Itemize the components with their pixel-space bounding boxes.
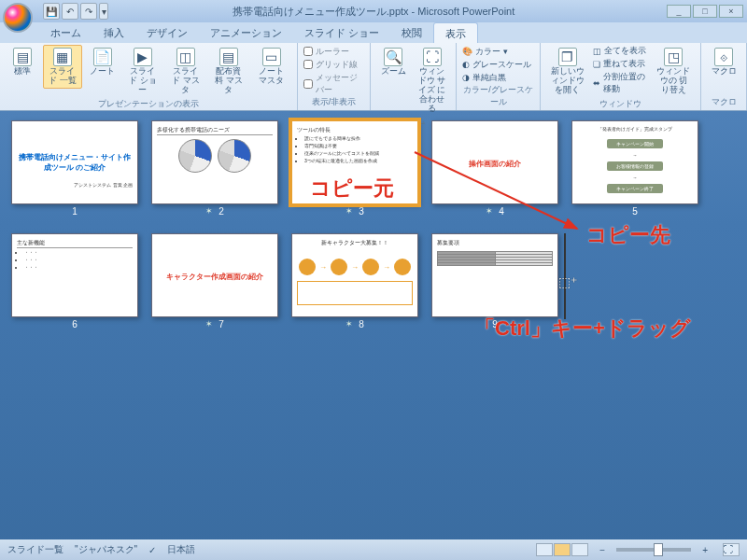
slideshow-icon: ▶	[134, 48, 152, 66]
notes-icon: 📄	[93, 48, 112, 66]
window-title: 携帯電話向けメニュー作成ツール.pptx - Microsoft PowerPo…	[233, 5, 515, 19]
animation-icon: ✶	[486, 206, 493, 217]
color-button[interactable]: 🎨カラー▾	[462, 46, 508, 58]
new-window-icon: ❐	[558, 48, 577, 66]
handout-master-button[interactable]: ▤配布資料 マスタ	[209, 45, 248, 98]
slide-thumb-3[interactable]: ツールの特長 誰にでもできる簡単な操作 専門知識は不要 従来のツールに比べてコス…	[291, 120, 418, 217]
arrange-all-button[interactable]: ◫全てを表示	[593, 45, 649, 57]
zoom-icon: 🔍	[384, 48, 402, 66]
gridlines-checkbox[interactable]: グリッド線	[303, 59, 358, 71]
animation-icon: ✶	[345, 206, 353, 217]
group-zoom: 🔍ズーム ⛶ウィンドウ サイズ に合わせる ズーム	[371, 43, 457, 110]
zoom-out-button[interactable]: −	[599, 545, 605, 555]
status-bar: スライド一覧 "ジャパネスク" ✓ 日本語 − + ⛶	[0, 539, 747, 560]
slide-thumb-7[interactable]: キャラクター作成画面の紹介 ✶7	[151, 233, 278, 329]
group-label: カラー/グレースケール	[462, 84, 534, 109]
split-button[interactable]: ⬌分割位置の移動	[593, 71, 649, 95]
normal-icon: ▤	[13, 48, 32, 66]
fit-icon: ⛶	[423, 48, 442, 66]
split-icon: ⬌	[593, 78, 600, 88]
ruler-checkbox[interactable]: ルーラー	[303, 46, 349, 58]
title-bar: 💾 ↶ ↷ ▾ 携帯電話向けメニュー作成ツール.pptx - Microsoft…	[0, 0, 747, 22]
zoom-in-button[interactable]: +	[702, 545, 708, 555]
macro-icon: ⟐	[714, 48, 733, 66]
tab-review[interactable]: 校閲	[390, 22, 433, 43]
tab-insert[interactable]: 挿入	[92, 22, 135, 43]
ribbon: ホーム 挿入 デザイン アニメーション スライド ショー 校閲 表示 ▤標準 ▦…	[0, 22, 747, 111]
bw-icon: ◑	[462, 73, 470, 82]
notes-master-icon: ▭	[262, 48, 281, 66]
arrange-icon: ◫	[593, 47, 601, 56]
close-button[interactable]: ×	[719, 5, 743, 18]
cascade-button[interactable]: ❏重ねて表示	[593, 58, 649, 70]
status-view: スライド一覧	[7, 543, 63, 556]
status-language: 日本語	[167, 543, 195, 556]
messagebar-checkbox[interactable]: メッセージ バー	[303, 72, 365, 96]
grayscale-icon: ◐	[462, 60, 470, 69]
save-icon[interactable]: 💾	[43, 3, 60, 20]
status-lang-icon: ✓	[148, 545, 156, 555]
undo-icon[interactable]: ↶	[62, 3, 78, 20]
group-presentation-views: ▤標準 ▦スライド 一覧 📄ノート ▶スライド ショー ◫スライド マスタ ▤配…	[0, 43, 298, 110]
status-theme: "ジャパネスク"	[75, 543, 137, 556]
fit-window-button[interactable]: ⛶ウィンドウ サイズ に合わせる	[414, 45, 450, 116]
switch-window-button[interactable]: ◳ウィンドウの 切り替え	[653, 45, 695, 98]
slide-thumb-4[interactable]: 操作画面の紹介 ✶4	[431, 120, 558, 217]
slideshow-shortcut[interactable]	[571, 543, 588, 556]
group-color: 🎨カラー▾ ◐グレースケール ◑単純白黒 カラー/グレースケール	[457, 43, 541, 110]
cascade-icon: ❏	[593, 60, 600, 69]
zoom-slider[interactable]	[616, 548, 691, 552]
tab-home[interactable]: ホーム	[39, 22, 92, 43]
tab-view[interactable]: 表示	[433, 22, 478, 43]
quick-access-toolbar: 💾 ↶ ↷ ▾	[37, 1, 114, 21]
slide-thumb-2[interactable]: 多様化する携帯電話のニーズ ✶2	[151, 120, 278, 217]
notes-master-button[interactable]: ▭ノート マスタ	[252, 45, 291, 89]
slide-thumb-8[interactable]: 新キャラクター大募集！！→→→ ✶8	[291, 233, 418, 329]
tab-animations[interactable]: アニメーション	[199, 22, 293, 43]
view-notes-button[interactable]: 📄ノート	[86, 45, 120, 79]
macro-button[interactable]: ⟐マクロ	[707, 45, 740, 79]
slide-thumb-9[interactable]: 募集要項 9 ⬚⁺	[431, 233, 558, 329]
switch-icon: ◳	[664, 48, 683, 66]
group-label: 表示/非表示	[303, 96, 365, 109]
normal-view-shortcut[interactable]	[536, 543, 553, 556]
office-button[interactable]	[3, 3, 33, 33]
copy-cursor-icon: ⬚⁺	[558, 274, 577, 289]
maximize-button[interactable]: □	[693, 5, 717, 18]
slide-master-button[interactable]: ◫スライド マスタ	[166, 45, 205, 98]
group-label: ウィンドウ	[546, 98, 695, 111]
view-shortcut-buttons	[536, 543, 588, 556]
slide-thumb-6[interactable]: 主な新機能・・・・・・・・・ 6	[11, 233, 138, 329]
group-label: マクロ	[707, 96, 740, 109]
slide-thumb-1[interactable]: 携帯電話向けメニュー・サイト作成ツール のご紹介アシストシステム 営業 企画 1	[11, 120, 138, 217]
group-show-hide: ルーラー グリッド線 メッセージ バー 表示/非表示	[298, 43, 372, 110]
redo-icon[interactable]: ↷	[80, 3, 97, 20]
qat-more-icon[interactable]: ▾	[99, 3, 108, 20]
new-window-button[interactable]: ❐新しいウィンドウ を開く	[546, 45, 588, 98]
view-slideshow-button[interactable]: ▶スライド ショー	[123, 45, 162, 98]
slide-sorter-pane[interactable]: 携帯電話向けメニュー・サイト作成ツール のご紹介アシストシステム 営業 企画 1…	[0, 111, 747, 560]
tab-slideshow[interactable]: スライド ショー	[293, 22, 390, 43]
bw-button[interactable]: ◑単純白黒	[462, 72, 506, 84]
group-macro: ⟐マクロ マクロ	[701, 43, 747, 110]
color-icon: 🎨	[462, 47, 472, 56]
slide-thumb-5[interactable]: 「発表者向けガイド」完成スタンプキャンペーン開始→お客様情報の登録→キャンペーン…	[571, 120, 698, 217]
grayscale-button[interactable]: ◐グレースケール	[462, 59, 531, 71]
ribbon-tabs: ホーム 挿入 デザイン アニメーション スライド ショー 校閲 表示	[0, 22, 747, 43]
view-sorter-button[interactable]: ▦スライド 一覧	[43, 45, 82, 89]
view-normal-button[interactable]: ▤標準	[6, 45, 39, 79]
handout-master-icon: ▤	[219, 48, 238, 66]
zoom-button[interactable]: 🔍ズーム	[376, 45, 410, 79]
animation-icon: ✶	[205, 319, 213, 329]
ribbon-body: ▤標準 ▦スライド 一覧 📄ノート ▶スライド ショー ◫スライド マスタ ▤配…	[0, 43, 747, 110]
slide-master-icon: ◫	[176, 48, 195, 66]
minimize-button[interactable]: _	[667, 5, 691, 18]
animation-icon: ✶	[205, 206, 213, 217]
group-window: ❐新しいウィンドウ を開く ◫全てを表示 ❏重ねて表示 ⬌分割位置の移動 ◳ウィ…	[541, 43, 701, 110]
tab-design[interactable]: デザイン	[135, 22, 199, 43]
sorter-view-shortcut[interactable]	[554, 543, 571, 556]
sorter-icon: ▦	[53, 48, 72, 66]
animation-icon: ✶	[345, 319, 353, 329]
fit-shortcut[interactable]: ⛶	[723, 543, 740, 556]
group-label: プレゼンテーションの表示	[6, 98, 291, 111]
